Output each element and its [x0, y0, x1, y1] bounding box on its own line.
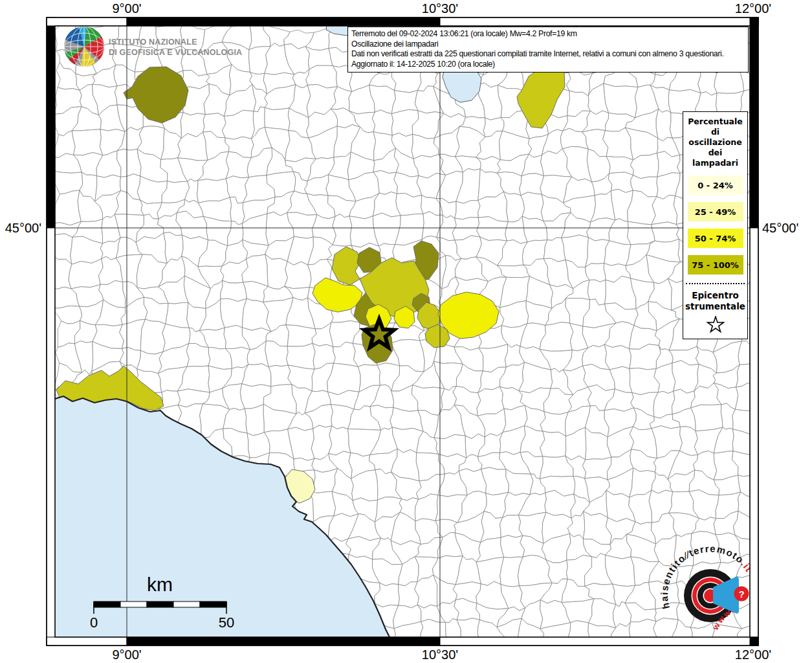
scale-bar-start-label: 0: [90, 614, 98, 631]
bottom-tick-label-12: 12°00': [724, 647, 782, 662]
bottom-tick-label-9: 9°00': [98, 647, 156, 662]
ingv-name-line2: DI GEOFISICA E VULCANOLOGIA: [109, 48, 242, 57]
legend: Percentuale di oscillazione dei lampadar…: [683, 111, 748, 339]
scale-bar-unit-label: km: [147, 574, 173, 595]
event-data-line: Dati non verificati estratti da 225 ques…: [351, 49, 745, 60]
top-tick-label-9: 9°00': [98, 1, 156, 16]
legend-class-0-24: 0 - 24%: [688, 175, 743, 195]
event-updated-line: Aggiornato il: 14-12-2025 10:20 (ora loc…: [351, 60, 745, 70]
legend-class-25-49: 25 - 49%: [688, 202, 743, 221]
map-canvas: km 0 50 ISTITUTO NAZIONALE DI GEOFISICA …: [46, 19, 789, 663]
bottom-tick-label-10-30: 10°30': [411, 647, 469, 662]
event-info-box: Terremoto del 09-02-2024 13:06:21 (ora l…: [347, 27, 749, 73]
legend-epicenter-title: Epicentro strumentale: [683, 290, 747, 312]
question-mark: ?: [738, 589, 744, 600]
ingv-name-line1: ISTITUTO NAZIONALE: [109, 38, 197, 47]
legend-divider: [686, 283, 745, 284]
scale-bar-end-label: 50: [219, 614, 234, 631]
legend-title: Percentuale di oscillazione dei lampadar…: [683, 117, 747, 168]
left-tick-label-45: 45°00': [0, 221, 41, 236]
right-tick-label-45: 45°00': [762, 221, 812, 236]
legend-class-50-74: 50 - 74%: [688, 229, 743, 248]
epicenter-star-icon: [706, 316, 725, 333]
top-tick-label-10-30: 10°30': [411, 1, 469, 16]
event-measure-line: Oscillazione dei lampadari: [351, 39, 745, 50]
legend-class-75-100: 75 - 100%: [688, 255, 743, 275]
top-tick-label-12: 12°00': [724, 1, 782, 16]
earthquake-map-page: km 0 50 ISTITUTO NAZIONALE DI GEOFISICA …: [0, 0, 812, 663]
event-title-line: Terremoto del 09-02-2024 13:06:21 (ora l…: [351, 29, 745, 39]
